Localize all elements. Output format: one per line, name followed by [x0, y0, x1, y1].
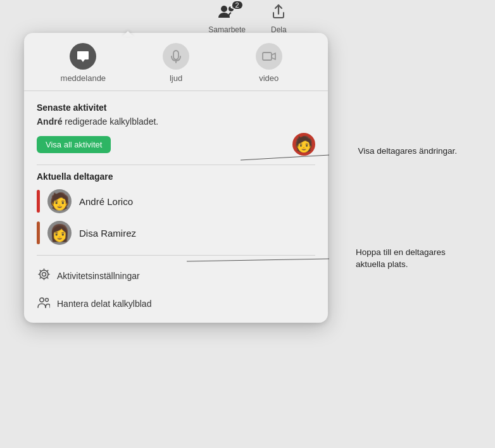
svg-point-9 [46, 299, 49, 302]
divider-1 [37, 165, 315, 165]
activity-avatar: 🧑 [292, 133, 315, 156]
participants-header: Aktuella deltagare [37, 171, 315, 182]
svg-rect-5 [263, 53, 272, 60]
collaborate-icon: 2 2 [218, 4, 236, 23]
share-toolbar-item[interactable]: Dela [271, 4, 287, 34]
callout-location-text: Hoppa till en deltagares aktuella plats. [356, 247, 446, 269]
activity-text-rest: redigerade kalkylbladet. [62, 116, 158, 127]
participant-emoji-0: 🧑 [49, 193, 70, 209]
callout-location: Hoppa till en deltagares aktuella plats. [356, 247, 457, 271]
tab-video-label: video [259, 73, 279, 83]
activity-avatar-emoji: 🧑 [294, 135, 313, 153]
callout-changes-text: Visa deltagares ändringar. [358, 146, 457, 156]
menu-item-settings[interactable]: Aktivitetsinställningar [37, 262, 315, 290]
show-activity-button[interactable]: Visa all aktivitet [37, 136, 111, 153]
activity-author: André [37, 116, 62, 127]
participant-name-0: André Lorico [79, 196, 133, 207]
svg-point-6 [42, 273, 46, 277]
svg-point-7 [40, 270, 48, 278]
tab-message-label: meddelande [61, 73, 106, 83]
participant-indicator-1 [37, 221, 40, 244]
participant-item-0[interactable]: 🧑 André Lorico [37, 185, 315, 217]
tab-bar: meddelande ljud video [24, 33, 328, 91]
menu-item-manage[interactable]: Hantera delat kalkylblad [37, 290, 315, 318]
activity-row: Visa all aktivitet 🧑 [37, 133, 315, 156]
panel-content: Senaste aktivitet André redigerade kalky… [24, 91, 328, 318]
svg-point-8 [40, 298, 44, 302]
tab-audio[interactable]: ljud [130, 43, 223, 90]
menu-item-settings-label: Aktivitetsinställningar [57, 271, 140, 281]
manage-icon [37, 296, 51, 311]
settings-icon [37, 268, 51, 283]
video-tab-icon [256, 43, 282, 70]
collaborate-toolbar-item[interactable]: 2 2 Samarbete [208, 4, 246, 34]
collaboration-panel: meddelande ljud video Se [24, 33, 328, 323]
audio-tab-icon [163, 43, 189, 70]
participant-name-1: Disa Ramirez [79, 228, 136, 239]
tab-video[interactable]: video [222, 43, 315, 90]
collaborate-badge: 2 [232, 1, 242, 9]
participant-indicator-0 [37, 190, 40, 213]
panel-pointer [122, 31, 134, 37]
participant-avatar-0: 🧑 [47, 189, 72, 213]
divider-2 [37, 255, 315, 256]
participant-avatar-1: 👩 [47, 221, 72, 245]
recent-activity-header: Senaste aktivitet [37, 103, 315, 113]
tab-message[interactable]: meddelande [37, 43, 130, 90]
top-toolbar: 2 2 Samarbete Dela [0, 0, 495, 38]
callout-changes: Visa deltagares ändringar. [358, 146, 457, 158]
menu-item-manage-label: Hantera delat kalkylblad [57, 299, 151, 309]
activity-description: André redigerade kalkylbladet. [37, 116, 315, 127]
participant-emoji-1: 👩 [49, 225, 70, 241]
message-tab-icon [70, 43, 96, 70]
tab-audio-label: ljud [170, 73, 182, 83]
svg-point-0 [221, 6, 227, 12]
share-icon [272, 4, 285, 23]
participant-item-1[interactable]: 👩 Disa Ramirez [37, 217, 315, 249]
